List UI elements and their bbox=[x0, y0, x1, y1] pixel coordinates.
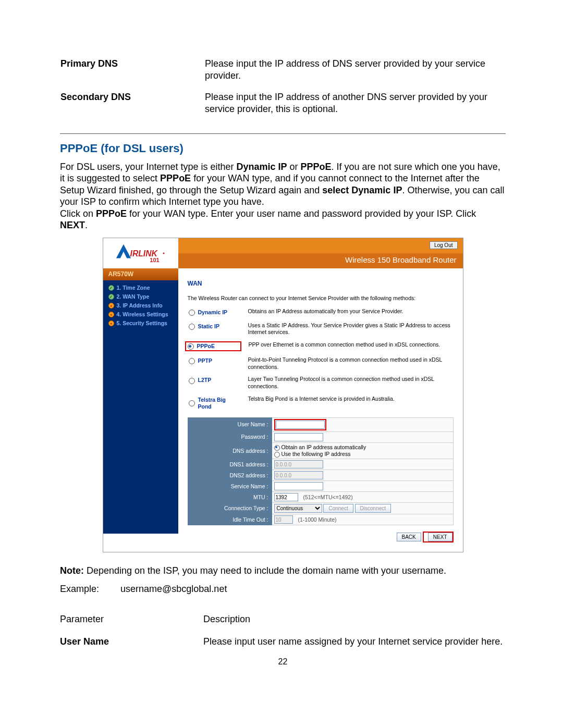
wan-subtitle: The Wireless Router can connect to your … bbox=[188, 295, 454, 302]
secondary-dns-desc: Please input the IP address of another D… bbox=[204, 91, 506, 124]
desc-header: Description bbox=[203, 611, 506, 634]
primary-dns-label: Primary DNS bbox=[60, 57, 204, 91]
bold-next: NEXT bbox=[60, 220, 85, 230]
service-name-input[interactable] bbox=[274, 482, 323, 490]
sidebar-item-label: 5. Security Settings bbox=[117, 320, 167, 327]
dns-opt-auto: Obtain an IP address automatically bbox=[282, 444, 366, 450]
wan-radio-dynamic-ip[interactable]: Dynamic IP Obtains an IP Address automat… bbox=[188, 308, 454, 317]
username-param-label: User Name bbox=[60, 636, 109, 647]
secondary-dns-label: Secondary DNS bbox=[60, 91, 204, 124]
example-label: Example: bbox=[60, 583, 120, 595]
bold-select-dynamic: select Dynamic IP bbox=[322, 185, 402, 195]
service-name-label: Service Name : bbox=[188, 481, 272, 492]
username-input[interactable] bbox=[276, 421, 325, 429]
radio-label: Dynamic IP bbox=[198, 309, 240, 316]
dns1-label: DNS1 address : bbox=[188, 459, 272, 470]
sidebar-item-wan-type[interactable]: ✓2. WAN Type bbox=[103, 292, 178, 301]
section-body: For DSL users, your Internet type is eit… bbox=[60, 161, 506, 231]
svg-point-1 bbox=[163, 252, 164, 254]
router-header-title: Wireless 150 Broadband Router bbox=[345, 255, 456, 265]
logout-button[interactable]: Log Out bbox=[430, 241, 458, 249]
idle-timeout-input[interactable] bbox=[274, 515, 293, 524]
note-body: Depending on the ISP, you may need to in… bbox=[84, 565, 446, 576]
connect-button[interactable]: Connect bbox=[323, 504, 353, 513]
bold-pppoe: PPPoE bbox=[301, 162, 332, 172]
wan-radio-pptp[interactable]: PPTP Point-to-Point Tunneling Protocol i… bbox=[188, 356, 454, 371]
sidebar-item-wireless[interactable]: ●4. Wireless Settings bbox=[103, 310, 178, 319]
wan-radio-l2tp[interactable]: L2TP Layer Two Tunneling Protocol is a c… bbox=[188, 376, 454, 390]
text: or bbox=[287, 162, 301, 172]
wan-radio-static-ip[interactable]: Static IP Uses a Static IP Address. Your… bbox=[188, 322, 454, 336]
disconnect-button[interactable]: Disconnect bbox=[355, 504, 391, 513]
username-label: User Name : bbox=[188, 417, 272, 431]
section-divider bbox=[60, 133, 506, 134]
mtu-input[interactable] bbox=[274, 493, 298, 501]
dns-address-label: DNS address : bbox=[188, 442, 272, 459]
sidebar-item-label: 4. Wireless Settings bbox=[117, 311, 168, 318]
radio-icon[interactable] bbox=[189, 310, 195, 316]
logo: IRLINK 101 bbox=[103, 238, 178, 268]
radio-label: Static IP bbox=[198, 323, 240, 330]
dns1-input[interactable] bbox=[274, 460, 323, 468]
bold-pppoe-2: PPPoE bbox=[160, 173, 191, 183]
dot-icon: ● bbox=[108, 312, 114, 317]
radio-icon[interactable] bbox=[189, 400, 195, 406]
password-input[interactable] bbox=[274, 433, 323, 441]
svg-text:101: 101 bbox=[150, 257, 159, 263]
radio-label: PPPoE bbox=[197, 343, 239, 350]
wan-radio-telstra[interactable]: Telstra Big Pond Telstra Big Pond is a I… bbox=[188, 396, 454, 411]
wan-radio-pppoe[interactable]: PPPoE PPP over Ethernet is a common conn… bbox=[188, 341, 454, 351]
radio-icon[interactable] bbox=[188, 343, 194, 350]
radio-icon[interactable] bbox=[189, 324, 195, 330]
example-value: username@sbcglobal.net bbox=[120, 583, 227, 595]
radio-icon[interactable] bbox=[189, 358, 195, 364]
dns-manual-radio[interactable] bbox=[274, 452, 280, 458]
sidebar-item-ip-address[interactable]: ●3. IP Address Info bbox=[103, 301, 178, 310]
page-number: 22 bbox=[60, 657, 506, 667]
idle-hint: (1-1000 Minute) bbox=[298, 516, 337, 523]
radio-desc: Telstra Big Pond is a Internet service i… bbox=[248, 396, 454, 403]
pppoe-form: User Name : Password : DNS address : Obt… bbox=[188, 417, 454, 525]
radio-icon[interactable] bbox=[189, 378, 195, 384]
text: For DSL users, your Internet type is eit… bbox=[60, 162, 236, 172]
example-row: Example: username@sbcglobal.net bbox=[60, 583, 506, 595]
dns2-label: DNS2 address : bbox=[188, 470, 272, 481]
back-button[interactable]: BACK bbox=[397, 533, 421, 541]
next-button[interactable]: NEXT bbox=[428, 533, 452, 541]
connection-type-label: Connection Type : bbox=[188, 503, 272, 514]
radio-desc: Obtains an IP Address automatically from… bbox=[248, 308, 454, 315]
dns-params-table: Primary DNS Please input the IP address … bbox=[60, 57, 506, 124]
dot-icon: ● bbox=[108, 303, 114, 309]
mtu-label: MTU : bbox=[188, 492, 272, 503]
sidebar-item-label: 3. IP Address Info bbox=[117, 302, 163, 309]
radio-label: PPTP bbox=[198, 357, 240, 364]
radio-desc: Layer Two Tunneling Protocol is a common… bbox=[248, 376, 454, 390]
sidebar-items: ✓1. Time Zone ✓2. WAN Type ●3. IP Addres… bbox=[103, 280, 178, 534]
text: . bbox=[85, 220, 88, 230]
sidebar-item-label: 2. WAN Type bbox=[117, 293, 150, 300]
dns2-input[interactable] bbox=[274, 471, 323, 479]
username-param-desc: Please input user name assigned by your … bbox=[203, 634, 506, 656]
primary-dns-desc: Please input the IP address of DNS serve… bbox=[204, 57, 506, 91]
model-label: AR570W bbox=[103, 268, 178, 280]
dns-auto-radio[interactable] bbox=[274, 445, 280, 451]
router-screenshot: IRLINK 101 Log Out Wireless 150 Broadban… bbox=[103, 238, 463, 553]
bold-dynamic-ip: Dynamic IP bbox=[236, 162, 287, 172]
text: for your WAN type. Enter your user name … bbox=[127, 208, 476, 219]
sidebar-item-security[interactable]: ●5. Security Settings bbox=[103, 319, 178, 328]
sidebar-item-time-zone[interactable]: ✓1. Time Zone bbox=[103, 283, 178, 292]
connection-type-select[interactable]: Continuous bbox=[274, 504, 322, 513]
radio-desc: PPP over Ethernet is a common connection… bbox=[249, 341, 454, 349]
radio-desc: Uses a Static IP Address. Your Service P… bbox=[248, 322, 454, 336]
svg-text:IRLINK: IRLINK bbox=[130, 249, 158, 257]
note-bold: Note: bbox=[60, 565, 84, 576]
bold-pppoe-3: PPPoE bbox=[96, 208, 127, 219]
check-icon: ✓ bbox=[108, 285, 114, 291]
radio-desc: Point-to-Point Tunneling Protocol is a c… bbox=[248, 356, 454, 371]
param-header: Parameter bbox=[60, 611, 203, 634]
idle-timeout-label: Idle Time Out : bbox=[188, 514, 272, 525]
param-desc-table: Parameter Description User Name Please i… bbox=[60, 611, 506, 656]
dns-opt-manual: Use the following IP address bbox=[282, 451, 351, 457]
radio-label: L2TP bbox=[198, 377, 240, 384]
sidebar-item-label: 1. Time Zone bbox=[117, 285, 150, 291]
